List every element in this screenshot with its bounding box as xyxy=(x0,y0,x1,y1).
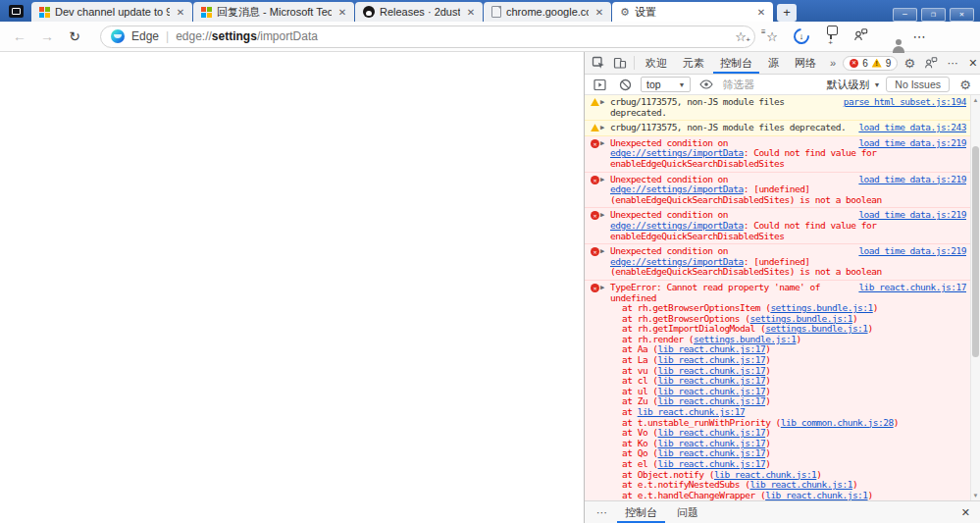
expand-caret-icon[interactable]: ▶ xyxy=(600,123,604,133)
tab-close-icon[interactable]: ✕ xyxy=(755,7,767,18)
restore-button[interactable]: ❐ xyxy=(921,8,946,22)
tab-close-icon[interactable]: ✕ xyxy=(465,7,477,18)
stack-link[interactable]: settings.bundle.js:1 xyxy=(765,323,867,334)
stack-link[interactable]: lib_react.chunk.js:17 xyxy=(658,375,766,386)
devtools-tab-sources[interactable]: 源 xyxy=(761,52,786,74)
devtools-close-icon[interactable]: ✕ xyxy=(964,57,980,70)
stack-link[interactable]: lib_react.chunk.js:1 xyxy=(714,469,816,480)
collections-button[interactable] xyxy=(818,29,844,44)
console-sidebar-toggle[interactable] xyxy=(590,79,609,91)
devtools-menu-button[interactable]: ⋯ xyxy=(943,57,962,70)
console-scrollbar[interactable]: ▲ ▼ xyxy=(970,95,980,500)
tab-close-icon[interactable]: ✕ xyxy=(593,7,605,18)
tab-close-icon[interactable]: ✕ xyxy=(336,7,348,18)
stack-link[interactable]: lib_react.chunk.js:1 xyxy=(765,490,867,500)
more-tabs-button[interactable]: » xyxy=(825,57,841,69)
new-tab-button[interactable]: + xyxy=(777,4,797,22)
address-bar[interactable]: Edge | edge://settings/importData ☆+ xyxy=(100,26,755,48)
expand-caret-icon[interactable]: ▶ xyxy=(600,97,604,108)
console-message: load_time_data.js:219▶Unexpected conditi… xyxy=(585,208,970,244)
expand-caret-icon[interactable]: ▶ xyxy=(600,246,604,257)
stack-link[interactable]: lib_react.chunk.js:17 xyxy=(658,386,766,396)
source-link[interactable]: load_time_data.js:219 xyxy=(858,138,966,149)
tab-tech-community[interactable]: 回复消息 - Microsoft Tech Co ✕ xyxy=(193,2,354,22)
drawer-tab-console[interactable]: 控制台 xyxy=(617,501,665,523)
stack-link[interactable]: lib_react.chunk.js:1 xyxy=(750,479,852,490)
source-link[interactable]: load_time_data.js:219 xyxy=(858,175,966,185)
stack-link[interactable]: lib_react.chunk.js:17 xyxy=(658,365,766,376)
device-toolbar-button[interactable] xyxy=(610,56,630,70)
refresh-button[interactable]: ↻ xyxy=(63,28,86,44)
tab-dev-channel[interactable]: Dev channel update to 91.0.838 ✕ xyxy=(31,2,192,22)
chevron-down-icon: ▼ xyxy=(873,81,880,88)
tab-close-icon[interactable]: ✕ xyxy=(175,7,186,18)
toolbar-divider xyxy=(634,56,635,70)
devtools-feedback-button[interactable] xyxy=(921,56,941,70)
clear-console-button[interactable] xyxy=(615,79,635,91)
stack-link[interactable]: lib_react.chunk.js:17 xyxy=(658,458,766,469)
scroll-up-icon[interactable]: ▲ xyxy=(971,95,980,105)
inspect-element-button[interactable] xyxy=(589,56,608,70)
message-link[interactable]: edge://settings/importData xyxy=(610,147,744,158)
scroll-down-icon[interactable]: ▼ xyxy=(971,491,980,500)
browser-menu-button[interactable]: ⋯ xyxy=(906,29,932,44)
warning-count: 9 xyxy=(886,58,892,69)
device-toolbar-icon xyxy=(613,56,627,70)
minimize-button[interactable]: — xyxy=(893,8,917,22)
drawer-close-icon[interactable]: ✕ xyxy=(957,506,974,519)
devtools-tab-elements[interactable]: 元素 xyxy=(676,52,711,74)
stack-link[interactable]: lib_react.chunk.js:17 xyxy=(658,427,766,438)
stack-link[interactable]: lib_react.chunk.js:17 xyxy=(658,395,766,406)
scrollbar-thumb[interactable] xyxy=(972,146,979,357)
stack-link[interactable]: lib_react.chunk.js:17 xyxy=(658,354,766,365)
devtools-tab-network[interactable]: 网络 xyxy=(788,52,823,74)
error-icon xyxy=(591,139,599,148)
live-expression-button[interactable] xyxy=(696,79,716,89)
expand-caret-icon[interactable]: ▶ xyxy=(600,175,604,185)
stack-link[interactable]: settings.bundle.js:1 xyxy=(694,334,796,344)
console-filter-input[interactable] xyxy=(722,79,812,90)
log-level-selector[interactable]: 默认级别▼ xyxy=(826,78,880,92)
tab-settings[interactable]: ⚙ 设置 ✕ xyxy=(612,2,773,22)
context-selector[interactable]: top▼ xyxy=(641,77,691,92)
stack-link[interactable]: settings.bundle.js:1 xyxy=(750,313,852,324)
log-level-value: 默认级别 xyxy=(826,78,869,92)
stack-link[interactable]: lib_react.chunk.js:17 xyxy=(658,447,766,458)
stack-link[interactable]: lib_react.chunk.js:1 xyxy=(652,499,754,500)
source-link[interactable]: load_time_data.js:219 xyxy=(858,210,966,221)
devtools-tab-console[interactable]: 控制台 xyxy=(713,52,759,74)
devtools-tab-welcome[interactable]: 欢迎 xyxy=(639,52,674,74)
devtools-settings-icon[interactable]: ⚙ xyxy=(900,57,919,70)
source-link[interactable]: lib_react.chunk.js:17 xyxy=(858,283,966,293)
add-favorite-icon[interactable]: ☆+ xyxy=(735,29,747,44)
stack-link[interactable]: lib_react.chunk.js:17 xyxy=(658,438,766,448)
drawer-tab-issues[interactable]: 问题 xyxy=(669,501,706,523)
tab-actions-button[interactable] xyxy=(3,2,28,20)
stack-link[interactable]: settings.bundle.js:1 xyxy=(770,302,872,313)
close-button[interactable]: ✕ xyxy=(950,8,974,22)
issues-badge[interactable]: 6 9 xyxy=(843,56,898,71)
message-link[interactable]: edge://settings/importData xyxy=(610,220,744,231)
expand-caret-icon[interactable]: ▶ xyxy=(600,210,604,221)
source-link[interactable]: load_time_data.js:219 xyxy=(858,246,966,257)
source-link[interactable]: parse_html_subset.js:194 xyxy=(844,97,966,108)
stack-link[interactable]: lib_react.chunk.js:17 xyxy=(658,343,766,354)
tab-chrome-google[interactable]: chrome.google.com ✕ xyxy=(484,2,611,22)
drawer-menu-button[interactable]: ⋯ xyxy=(591,506,613,519)
console-message: load_time_data.js:219▶Unexpected conditi… xyxy=(585,173,970,209)
stack-link[interactable]: lib_common.chunk.js:28 xyxy=(781,417,894,428)
favorites-icon[interactable]: ☆ xyxy=(759,29,785,44)
message-link[interactable]: edge://settings/importData xyxy=(610,183,744,194)
back-button[interactable]: ← xyxy=(8,28,31,44)
no-issues-button[interactable]: No Issues xyxy=(886,77,950,92)
forward-button[interactable]: → xyxy=(35,28,59,44)
console-settings-icon[interactable]: ⚙ xyxy=(955,79,975,91)
feedback-button[interactable] xyxy=(848,27,873,45)
downloads-button[interactable]: ↓ xyxy=(789,28,814,44)
source-link[interactable]: load_time_data.js:243 xyxy=(858,123,966,133)
tab-github-releases[interactable]: Releases · 2dust/v2rayN · GitH ✕ xyxy=(355,2,483,22)
message-link[interactable]: edge://settings/importData xyxy=(610,256,744,267)
expand-caret-icon[interactable]: ▶ xyxy=(600,283,604,293)
expand-caret-icon[interactable]: ▶ xyxy=(600,138,604,149)
stack-link[interactable]: lib_react.chunk.js:17 xyxy=(638,406,746,417)
